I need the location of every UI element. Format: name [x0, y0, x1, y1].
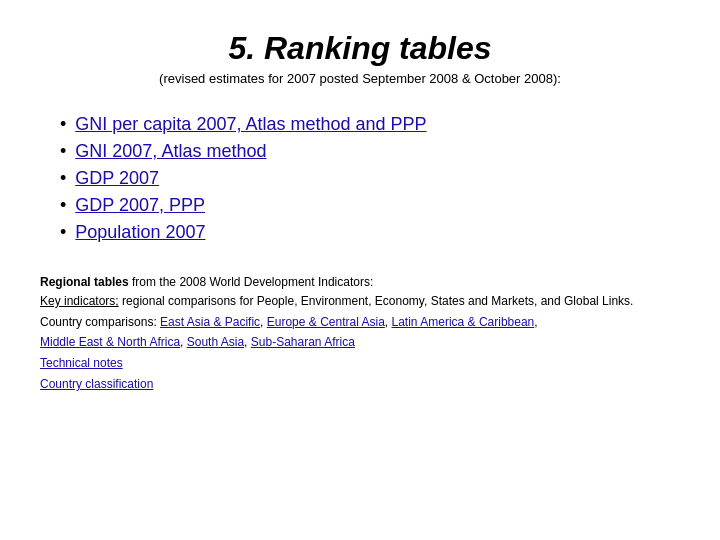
link-middle-east[interactable]: Middle East & North Africa	[40, 335, 180, 349]
regional-section: Regional tables from the 2008 World Deve…	[40, 273, 680, 394]
regional-tables-label: Regional tables	[40, 275, 129, 289]
link-country-classification[interactable]: Country classification	[40, 377, 153, 391]
bullet-list: GNI per capita 2007, Atlas method and PP…	[60, 114, 680, 243]
page-title: 5. Ranking tables	[40, 30, 680, 67]
regional-title-line: Regional tables from the 2008 World Deve…	[40, 273, 680, 292]
link-gni-per-capita[interactable]: GNI per capita 2007, Atlas method and PP…	[75, 114, 426, 134]
link-technical-notes[interactable]: Technical notes	[40, 356, 123, 370]
list-item-gni-2007: GNI 2007, Atlas method	[60, 141, 680, 162]
link-gni-2007[interactable]: GNI 2007, Atlas method	[75, 141, 266, 161]
list-item-gni-per-capita: GNI per capita 2007, Atlas method and PP…	[60, 114, 680, 135]
page-subtitle: (revised estimates for 2007 posted Septe…	[40, 71, 680, 86]
link-south-asia[interactable]: South Asia	[187, 335, 244, 349]
key-indicators-description: regional comparisons for People, Environ…	[119, 294, 634, 308]
link-latin-america[interactable]: Latin America & Caribbean	[392, 315, 535, 329]
list-item-gdp-ppp: GDP 2007, PPP	[60, 195, 680, 216]
country-comparisons-line: Country comparisons: East Asia & Pacific…	[40, 313, 680, 351]
link-population[interactable]: Population 2007	[75, 222, 205, 242]
link-east-asia[interactable]: East Asia & Pacific	[160, 315, 260, 329]
technical-notes-line: Technical notes	[40, 354, 680, 373]
regional-source: 2008 World Development Indicators:	[179, 275, 373, 289]
regional-from-text: from the	[129, 275, 180, 289]
key-indicators-line: Key indicators; regional comparisons for…	[40, 292, 680, 311]
list-item-population: Population 2007	[60, 222, 680, 243]
link-gdp-ppp[interactable]: GDP 2007, PPP	[75, 195, 205, 215]
list-item-gdp-2007: GDP 2007	[60, 168, 680, 189]
link-europe-central-asia[interactable]: Europe & Central Asia	[267, 315, 385, 329]
link-sub-saharan[interactable]: Sub-Saharan Africa	[251, 335, 355, 349]
country-comparisons-prefix: Country comparisons:	[40, 315, 160, 329]
link-gdp-2007[interactable]: GDP 2007	[75, 168, 159, 188]
key-indicators-label: Key indicators;	[40, 294, 119, 308]
country-classification-line: Country classification	[40, 375, 680, 394]
